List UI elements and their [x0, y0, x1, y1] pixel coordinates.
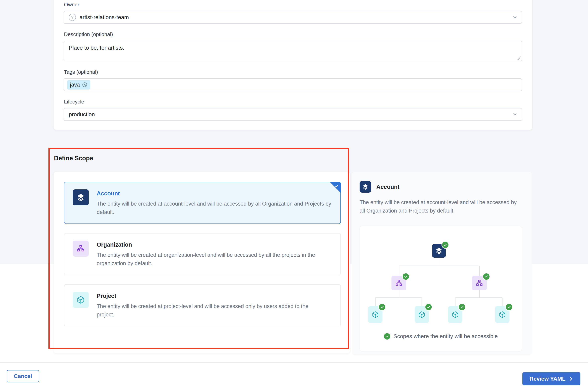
lifecycle-value: production: [69, 111, 95, 118]
scope-preview-panel: Account The entity will be created at ac…: [352, 172, 532, 355]
option-description: The entity will be created at account-le…: [97, 200, 332, 216]
owner-label: Owner: [64, 1, 522, 8]
tags-input[interactable]: java: [63, 78, 522, 91]
review-yaml-button[interactable]: Review YAML: [523, 372, 580, 386]
scope-option-organization[interactable]: Organization The entity will be created …: [64, 233, 341, 275]
description-textarea[interactable]: Place to be, for artists.: [63, 41, 522, 61]
tree-organization-node: [392, 276, 406, 290]
cancel-button[interactable]: Cancel: [7, 370, 39, 382]
tree-project-node: [368, 306, 382, 323]
chevron-right-icon: [568, 376, 573, 381]
check-badge-icon: [441, 241, 449, 249]
lifecycle-label: Lifecycle: [64, 99, 522, 105]
owner-value: artist-relations-team: [80, 14, 129, 21]
entity-details-card: Owner ? artist-relations-team Descriptio…: [54, 0, 532, 130]
option-description: The entity will be created at project-le…: [97, 302, 317, 319]
tree-project-node: [415, 306, 429, 323]
option-description: The entity will be created at organizati…: [97, 251, 324, 268]
lifecycle-select[interactable]: production: [63, 108, 522, 121]
check-badge-icon: [425, 303, 432, 311]
check-badge-icon: [505, 303, 513, 311]
entity-create-wizard: Owner ? artist-relations-team Descriptio…: [0, 0, 588, 386]
question-icon: ?: [69, 14, 76, 21]
layers-icon: [359, 181, 371, 193]
layers-icon: [73, 189, 89, 205]
tree-organization-node: [472, 276, 487, 290]
footer-divider: [0, 363, 588, 363]
preview-description: The entity will be created at account-le…: [359, 198, 522, 215]
tags-label: Tags (optional): [64, 69, 522, 75]
tag-chip[interactable]: java: [67, 80, 90, 89]
legend-check-icon: [384, 333, 390, 340]
review-yaml-label: Review YAML: [529, 376, 566, 382]
check-badge-icon: [458, 303, 466, 311]
scope-tree-diagram: Scopes where the entity will be accessib…: [359, 226, 522, 352]
preview-title: Account: [376, 184, 399, 190]
scope-option-account[interactable]: Account The entity will be created at ac…: [64, 182, 341, 224]
resize-handle[interactable]: [516, 56, 521, 60]
description-value: Place to be, for artists.: [69, 45, 124, 51]
cube-icon: [73, 292, 89, 308]
scope-options-card: Account The entity will be created at ac…: [54, 172, 350, 353]
tree-account-node: [432, 244, 446, 257]
chevron-down-icon: [512, 15, 518, 20]
check-badge-icon: [378, 303, 386, 311]
corner-check-icon: [334, 184, 339, 189]
description-label: Description (optional): [64, 31, 522, 38]
tree-project-node: [448, 306, 462, 323]
check-badge-icon: [483, 273, 490, 280]
scope-option-project[interactable]: Project The entity will be created at pr…: [64, 284, 341, 326]
remove-tag-icon[interactable]: [82, 82, 87, 87]
option-title: Organization: [97, 241, 324, 248]
owner-select[interactable]: ? artist-relations-team: [63, 11, 522, 24]
option-title: Project: [97, 293, 317, 299]
check-badge-icon: [402, 273, 410, 280]
tree-legend: Scopes where the entity will be accessib…: [360, 333, 522, 340]
hierarchy-icon: [73, 241, 89, 257]
chevron-down-icon: [512, 112, 518, 117]
option-title: Account: [97, 190, 332, 197]
tag-chip-label: java: [70, 82, 80, 88]
define-scope-title: Define Scope: [54, 155, 93, 162]
preview-header: Account: [359, 181, 532, 193]
tree-project-node: [495, 306, 509, 323]
legend-text: Scopes where the entity will be accessib…: [394, 333, 498, 340]
